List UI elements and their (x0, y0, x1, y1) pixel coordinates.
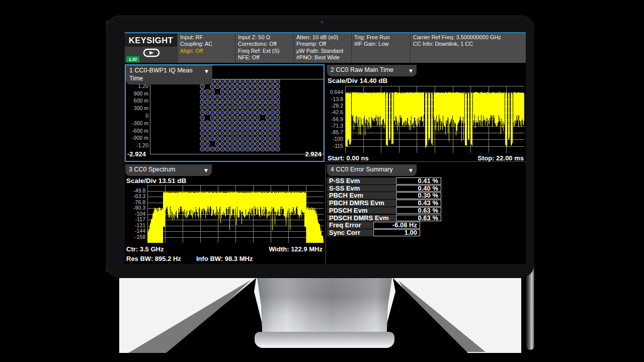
align-readout: Align: Off (180, 48, 235, 54)
y-tick-label: -1.20 (126, 142, 148, 148)
y-tick-label: -63.3 (125, 193, 145, 199)
error-summary-row-label: Sync Corr (327, 229, 373, 236)
window-2-title-dropdown[interactable]: 2 CC0 Raw Main Time ▼ (327, 65, 417, 76)
webcam-dot (320, 21, 324, 24)
window-1-title-dropdown[interactable]: 1 CC0-BWP1 IQ Meas Time ▼ (126, 65, 212, 84)
y-tick-label: 900 m (126, 90, 148, 97)
y-tick-label: -131 (125, 222, 145, 228)
res-bw-label: Res BW: 895.2 Hz (126, 255, 181, 262)
window-3-title-dropdown[interactable]: 3 CC0 Spectrum ▼ (125, 164, 212, 176)
y-tick-label: -71.3 (326, 123, 343, 129)
center-freq-label: Ctr: 3.5 GHz (126, 245, 164, 253)
error-summary-row-label: PBCH DMRS Evm (327, 200, 395, 207)
cc-info-readout: CC Info: Downlink, 1 CC (413, 41, 526, 47)
window-2-title: 2 CC0 Raw Main Time (331, 66, 393, 73)
error-summary-row-label: PDSCH DMRS Evm (327, 215, 395, 222)
error-summary-row-label: P-SS Evm (327, 177, 395, 185)
y-tick-label: -13.8 (326, 96, 343, 102)
span-width-label: Width: 122.9 MHz (269, 245, 323, 253)
atten-readout: Atten: 10 dB (e0) (296, 34, 351, 41)
error-summary-row-value: 0.63 % (396, 207, 441, 214)
chevron-down-icon: ▼ (409, 67, 413, 75)
raw-time-plot (345, 86, 524, 153)
chevron-down-icon: ▼ (204, 167, 208, 175)
if-gain-readout: #IF Gain: Low (354, 41, 410, 47)
y-tick-label: -42.6 (326, 109, 343, 115)
y-tick-label: -100 (326, 136, 343, 142)
y-tick-label: -600 m (126, 128, 148, 134)
y-tick-label: 0 (126, 113, 148, 119)
y-tick-label: 600 m (126, 98, 148, 104)
y-tick-label: -56.9 (326, 116, 343, 122)
y-tick-label: -144 (125, 228, 145, 234)
lxi-badge: LXI (126, 56, 139, 62)
y-tick-label: -85.7 (326, 129, 343, 135)
window-3-spectrum[interactable]: 3 CC0 Spectrum ▼ Scale/Div 13.51 dB -49.… (125, 163, 325, 264)
pno-readout: #PNO: Best Wide (296, 54, 351, 61)
y-tick-label: -115 (326, 143, 343, 149)
window-4-error-summary[interactable]: 4 CC0 Error Summary ▼ P-SS Evm0.41 %S-SS… (326, 163, 526, 264)
system-info-bar: KEYSIGHT LXI Input: RF Coupling: AC Alig… (125, 33, 526, 63)
uw-path-readout: µW Path: Standard (296, 48, 351, 54)
scale-per-div-label: Scale/Div 13.51 dB (126, 177, 186, 185)
coupling-readout: Coupling: AC (180, 41, 235, 47)
meas-bar-input-settings[interactable]: Input: RF Coupling: AC Align: Off (177, 33, 235, 63)
nfe-readout: NFE: Off (238, 54, 293, 61)
y-tick-label: -104 (125, 211, 145, 217)
error-summary-row-value: 0.40 % (396, 185, 441, 192)
trig-readout: Trig: Free Run (354, 34, 410, 41)
error-summary-row-label: Freq Error (327, 222, 373, 229)
error-summary-row-value: 0.30 % (396, 192, 441, 199)
y-tick-label: 300 m (126, 105, 148, 111)
x-axis-max-label: 2.924 (305, 150, 321, 158)
scale-per-div-label: Scale/Div 14.40 dB (328, 77, 387, 84)
meas-bar-carrier-settings[interactable]: Carrier Ref Freq: 3.500000000 GHz CC Inf… (410, 33, 526, 63)
error-summary-row-label: S-SS Evm (327, 185, 395, 192)
preamp-readout: Preamp: Off (296, 41, 351, 47)
error-summary-row-label: PBCH Evm (327, 192, 395, 199)
y-tick-label: -49.8 (125, 188, 145, 194)
chevron-down-icon: ▼ (205, 68, 208, 76)
y-tick-label: -900 m (126, 135, 148, 141)
meas-bar-atten-settings[interactable]: Atten: 10 dB (e0) Preamp: Off µW Path: S… (293, 33, 351, 63)
window-2-raw-main-time[interactable]: 2 CC0 Raw Main Time ▼ Scale/Div 14.40 dB… (326, 64, 526, 162)
freq-ref-readout: Freq Ref: Ext (S) (238, 48, 293, 54)
y-tick-label: -117 (125, 216, 145, 222)
window-1-title: 1 CC0-BWP1 IQ Meas Time (129, 67, 193, 82)
carrier-ref-freq-readout: Carrier Ref Freq: 3.500000000 GHz (413, 34, 526, 41)
iq-constellation-plot (150, 79, 324, 154)
window-4-title-dropdown[interactable]: 4 CC0 Error Summary ▼ (327, 164, 417, 176)
y-tick-label: -300 m (126, 120, 148, 126)
y-tick-label: -28.2 (326, 103, 343, 109)
keysight-logo: KEYSIGHT (125, 34, 177, 47)
error-summary-row-value: 0.63 % (396, 215, 441, 222)
spectrum-plot (147, 185, 324, 243)
analyzer-screen: KEYSIGHT LXI Input: RF Coupling: AC Alig… (125, 33, 526, 264)
x-axis-min-label: -2.924 (127, 150, 146, 158)
error-summary-table: P-SS Evm0.41 %S-SS Evm0.40 %PBCH Evm0.30… (326, 177, 525, 243)
error-summary-row-label: PDSCH Evm (327, 207, 395, 214)
error-summary-row-value: 1.00 (373, 229, 420, 236)
y-tick-label: 0.644 (326, 89, 343, 95)
chevron-down-icon: ▼ (409, 167, 413, 175)
error-summary-row-value: 0.43 % (396, 200, 441, 207)
meas-bar-impedance-settings[interactable]: Input Z: 50 Ω Corrections: Off Freq Ref:… (235, 33, 293, 63)
error-summary-row-value: -6.08 Hz (373, 222, 420, 229)
monitor-stand-foot (255, 332, 394, 348)
keysight-bubble-icon (143, 48, 160, 59)
meas-bar-trigger-settings[interactable]: Trig: Free Run #IF Gain: Low (351, 33, 410, 63)
y-tick-label: -76.8 (125, 199, 145, 205)
y-tick-label: -158 (125, 234, 145, 240)
error-summary-row-value: 0.41 % (396, 177, 441, 185)
input-readout: Input: RF (180, 34, 235, 41)
window-1-iq-meas-time[interactable]: 1 CC0-BWP1 IQ Meas Time ▼ I-Q 1.20900 m6… (125, 64, 325, 162)
x-axis-stop-label: Stop: 22.00 ms (477, 154, 524, 162)
keysight-logo-cell: KEYSIGHT LXI (125, 33, 177, 63)
monitor-stand-neck (257, 278, 392, 339)
input-z-readout: Input Z: 50 Ω (238, 34, 293, 41)
window-4-title: 4 CC0 Error Summary (331, 166, 393, 173)
window-3-title: 3 CC0 Spectrum (129, 166, 175, 173)
y-tick-label: -90.3 (125, 205, 145, 211)
x-axis-start-label: Start: 0.00 ns (328, 154, 369, 162)
info-bw-label: Info BW: 98.3 MHz (196, 255, 253, 262)
